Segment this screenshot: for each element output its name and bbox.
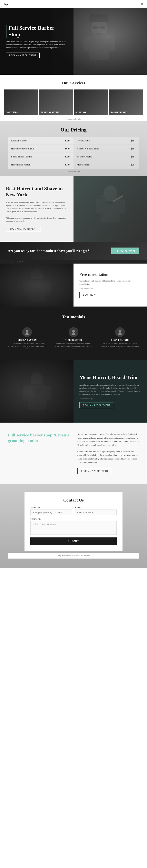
svg-point-14 xyxy=(31,269,43,282)
hero-book-button[interactable]: BOOK AN APPOINTMENT xyxy=(6,53,40,58)
mens-section: Mens Haircut, Beard Trim Amet luctus ven… xyxy=(0,360,147,423)
best-content: Best Haircut and Shave in New York Proin… xyxy=(0,176,73,242)
contact-inner: Contact Us ADDRESS NAME MESSAGE SUBMIT xyxy=(24,492,122,551)
hero-section: Full Service Barber Shop Amet luctus ven… xyxy=(0,8,147,74)
testimonial-name-0: STELLA LANDON xyxy=(8,339,46,341)
submit-button[interactable]: SUBMIT xyxy=(30,537,117,545)
best-title: Best Haircut and Shave in New York xyxy=(6,186,68,198)
mens-image xyxy=(0,360,73,423)
message-label: MESSAGE xyxy=(30,518,117,520)
service-card-beard[interactable]: BEARD & MORE xyxy=(39,90,73,115)
hero-text: Amet luctus venenatis lectus magna fring… xyxy=(6,40,68,49)
pricing-title: Our Pricing xyxy=(8,127,139,133)
message-group: MESSAGE xyxy=(30,518,117,535)
testimonial-avatar-2 xyxy=(115,327,125,337)
pricing-name: Royal Shave xyxy=(77,139,90,142)
service-label-razor: RAZOR BLADE xyxy=(111,111,127,113)
testimonials-title: Testimonials xyxy=(4,314,143,319)
studio-title: Full service barber shop & men's groomin… xyxy=(8,432,70,443)
service-card-haircuts[interactable]: HAIRCUTS xyxy=(4,90,38,115)
best-section: Best Haircut and Shave in New York Proin… xyxy=(0,176,147,242)
service-label-beard: BEARD & MORE xyxy=(41,111,59,113)
consult-text: Get in touch with our expert barbers for… xyxy=(79,279,141,286)
mens-title: Mens Haircut, Beard Trim xyxy=(79,374,141,380)
consult-section: Free consultation Get in touch with our … xyxy=(0,264,147,307)
hero-title: Full Service Barber Shop xyxy=(6,25,68,38)
svg-rect-3 xyxy=(107,36,115,51)
address-input[interactable] xyxy=(30,509,72,515)
cta-text: Are you ready for the smoothest shave yo… xyxy=(8,249,89,253)
consult-image xyxy=(0,264,73,307)
svg-rect-27 xyxy=(45,386,51,401)
services-grid: HAIRCUTS BEARD & MORE SHAVING RAZOR BLAD… xyxy=(0,90,147,117)
testimonials-grid: STELLA LANDON Dui faucibus in ornare qua… xyxy=(4,325,143,352)
service-card-razor[interactable]: RAZOR BLADE xyxy=(109,90,143,115)
consult-title: Free consultation xyxy=(79,272,141,277)
pricing-price: $30+ xyxy=(65,163,70,166)
svg-rect-6 xyxy=(93,26,97,29)
svg-rect-9 xyxy=(101,195,120,222)
best-book-button[interactable]: BOOK AN APPOINTMENT xyxy=(6,226,40,232)
studio-section: Full service barber shop & men's groomin… xyxy=(0,423,147,484)
svg-rect-26 xyxy=(23,386,29,401)
pricing-name: Beard + Facial xyxy=(77,155,92,158)
navbar: logo ≡ xyxy=(0,0,147,8)
svg-rect-12 xyxy=(118,199,125,213)
svg-point-18 xyxy=(26,330,28,333)
testimonial-text-1: Dui faucibus in ornare quam viverra orci… xyxy=(54,342,93,350)
name-label: NAME xyxy=(75,506,117,509)
testimonial-card-2: OLGA DOMINIK Dui faucibus in ornare quam… xyxy=(99,325,141,352)
service-label-haircuts: HAIRCUTS xyxy=(5,111,18,113)
testimonial-text-0: Dui faucibus in ornare quam viverra orci… xyxy=(8,342,46,350)
mens-text: Amet luctus venenatis lectus magna fring… xyxy=(79,383,141,396)
service-card-shaving[interactable]: SHAVING xyxy=(74,90,108,115)
consult-barber-image xyxy=(0,264,73,307)
hamburger-icon[interactable]: ≡ xyxy=(141,2,143,6)
mens-book-button[interactable]: BOOK AN APPOINTMENT xyxy=(79,402,114,408)
pricing-row-beard-machine: Beard Trim Machine $23+ xyxy=(8,153,73,161)
svg-rect-11 xyxy=(96,199,102,213)
hero-content: Full Service Barber Shop Amet luctus ven… xyxy=(0,8,73,74)
address-label: ADDRESS xyxy=(30,506,72,509)
svg-rect-15 xyxy=(28,280,46,302)
logo: logo xyxy=(4,3,8,6)
svg-point-4 xyxy=(89,19,110,22)
address-group: ADDRESS xyxy=(30,506,72,515)
svg-rect-7 xyxy=(101,26,105,29)
pricing-name: Regular Haircut xyxy=(11,139,27,142)
service-label-shaving: SHAVING xyxy=(75,111,86,113)
pricing-row-mens-facial: Men's Facial $25+ xyxy=(73,161,139,169)
contact-title: Contact Us xyxy=(30,498,117,503)
studio-book-button[interactable]: BOOK AN APPOINTMENT xyxy=(77,468,112,474)
consult-book-button[interactable]: BOOK NOW xyxy=(79,292,99,298)
services-section: Our Services HAIRCUTS BEARD & MORE SHAVI… xyxy=(0,74,147,121)
pricing-row-haircut-facial: Haircut and Facial $30+ xyxy=(8,161,73,169)
cta-phone-button[interactable]: +1 (777) 797 97 76 xyxy=(111,248,139,254)
best-barber-image xyxy=(73,176,147,242)
svg-rect-2 xyxy=(83,36,91,51)
mens-content: Mens Haircut, Beard Trim Amet luctus ven… xyxy=(73,360,147,423)
message-input[interactable] xyxy=(30,521,117,535)
pricing-row-haircut-beard: Haircut + Beard Trim $55+ xyxy=(73,145,139,153)
pricing-name: Haircut + Beard Trim xyxy=(77,147,99,150)
best-image xyxy=(73,176,147,242)
svg-point-22 xyxy=(119,330,121,333)
pricing-name: Men's Facial xyxy=(77,163,90,166)
pricing-row-haircut-royal: Haircut + Royal Shave $60+ xyxy=(8,145,73,153)
services-image-credit: Image from Freepik xyxy=(0,117,147,121)
cta-credit: Image from Unsplash xyxy=(0,260,147,264)
services-title: Our Services xyxy=(0,74,147,90)
name-input[interactable] xyxy=(75,509,117,515)
best-text1: Proin sed libero enim sed faucibus turpi… xyxy=(6,201,68,213)
svg-point-23 xyxy=(118,333,122,335)
pricing-section: Our Pricing Regular Haircut $24+ Royal S… xyxy=(0,121,147,176)
studio-text2: Or Dui ut id felis nec, res things after… xyxy=(77,450,139,464)
testimonial-avatar-1 xyxy=(69,327,78,337)
svg-point-19 xyxy=(25,333,29,335)
pricing-price: $25+ xyxy=(131,163,136,166)
svg-rect-5 xyxy=(90,14,108,21)
testimonial-card-1: NICK DOMINIK Dui faucibus in ornare quam… xyxy=(52,325,95,352)
pricing-price: $60+ xyxy=(65,147,70,150)
svg-rect-17 xyxy=(45,281,51,294)
studio-right: Aenean sodales ornare tristique. Eget ni… xyxy=(77,432,139,474)
